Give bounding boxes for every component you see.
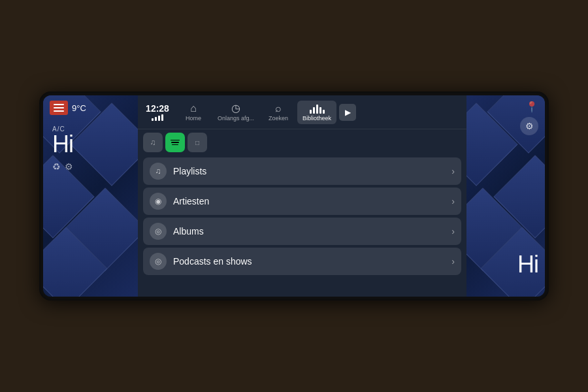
search-label: Zoeken [269, 115, 288, 122]
recently-label: Onlangs afg... [218, 115, 254, 122]
music-app-icon[interactable]: ♫ [143, 133, 163, 152]
search-icon: ⌕ [275, 103, 282, 114]
artists-icon: ◉ [150, 193, 167, 210]
list-item-podcasts[interactable]: ◎ Podcasts en shows › [143, 248, 461, 275]
menu-icon[interactable] [50, 101, 68, 115]
left-top-bar: 9°C [50, 101, 131, 115]
app-icons-row: ♫ □ [138, 129, 466, 154]
spotify-line-2 [171, 142, 179, 143]
podcasts-label: Podcasts en shows [173, 256, 445, 267]
bar-5 [323, 110, 325, 114]
left-panel: 9°C A/C Hi ♻ ⚙ [43, 95, 138, 297]
nav-recently[interactable]: ◷ Onlangs afg... [212, 101, 259, 124]
extra-app-icon[interactable]: □ [188, 133, 207, 152]
tools-icon: ⚙ [65, 161, 73, 172]
gear-icon: ⚙ [525, 121, 534, 131]
nav-search[interactable]: ⌕ Zoeken [262, 101, 295, 124]
spotify-logo [171, 140, 180, 146]
wifi-bar-2 [155, 117, 157, 121]
spotify-line-1 [171, 140, 180, 141]
menu-line-2 [54, 107, 64, 108]
main-content-panel: 12:28 ⌂ Home ◷ Onlangs afg... [138, 95, 466, 297]
library-list: ♫ Playlists › ◉ Artiesten › ◎ Albums › ◎… [138, 154, 466, 297]
menu-line-1 [54, 104, 64, 105]
menu-line-3 [54, 110, 64, 112]
recycle-icon: ♻ [52, 161, 61, 172]
library-bars-icon [310, 103, 325, 114]
playlists-icon: ♫ [150, 163, 167, 180]
car-display-bezel: 9°C A/C Hi ♻ ⚙ 12:28 [39, 91, 549, 301]
spotify-app-icon[interactable] [165, 133, 185, 152]
wifi-bar-4 [161, 114, 163, 121]
left-climate-info: A/C Hi [50, 125, 73, 156]
nav-home[interactable]: ⌂ Home [177, 101, 210, 124]
temperature-display: 9°C [72, 103, 86, 113]
albums-chevron: › [451, 226, 455, 237]
left-icons-row: ♻ ⚙ [50, 161, 73, 172]
list-item-artists[interactable]: ◉ Artiesten › [143, 188, 461, 215]
now-playing-button[interactable]: ▶ [339, 104, 356, 121]
right-greeting: Hi [517, 251, 538, 278]
bar-2 [313, 107, 315, 114]
list-item-playlists[interactable]: ♫ Playlists › [143, 157, 461, 185]
artists-label: Artiesten [173, 196, 445, 206]
playlists-label: Playlists [173, 166, 445, 176]
bar-4 [319, 107, 321, 114]
left-greeting: Hi [52, 133, 73, 156]
location-pin-icon[interactable]: 📍 [525, 101, 538, 113]
time-wifi-widget: 12:28 [143, 103, 172, 121]
right-top-controls: 📍 ⚙ [520, 101, 538, 135]
list-item-albums[interactable]: ◎ Albums › [143, 218, 461, 245]
artists-chevron: › [451, 196, 455, 206]
albums-label: Albums [173, 226, 445, 237]
right-panel: 📍 ⚙ Hi [466, 95, 545, 297]
albums-icon: ◎ [150, 223, 167, 240]
bar-1 [310, 110, 312, 114]
wifi-bar-3 [158, 116, 160, 121]
settings-button[interactable]: ⚙ [520, 117, 538, 135]
spotify-line-3 [172, 144, 178, 146]
nav-bar: 12:28 ⌂ Home ◷ Onlangs afg... [138, 95, 466, 129]
nav-library[interactable]: Bibliotheek [297, 101, 336, 124]
podcasts-icon: ◎ [150, 253, 167, 270]
wifi-indicator [152, 114, 163, 121]
wifi-bar-1 [152, 118, 154, 121]
bar-3 [316, 105, 318, 114]
playlists-chevron: › [451, 166, 455, 176]
podcasts-chevron: › [451, 256, 455, 267]
clock-display: 12:28 [146, 103, 169, 114]
library-label: Bibliotheek [302, 115, 331, 122]
recently-icon: ◷ [231, 103, 240, 114]
infotainment-screen: 9°C A/C Hi ♻ ⚙ 12:28 [43, 95, 545, 297]
home-icon: ⌂ [190, 103, 197, 114]
home-label: Home [186, 115, 201, 122]
